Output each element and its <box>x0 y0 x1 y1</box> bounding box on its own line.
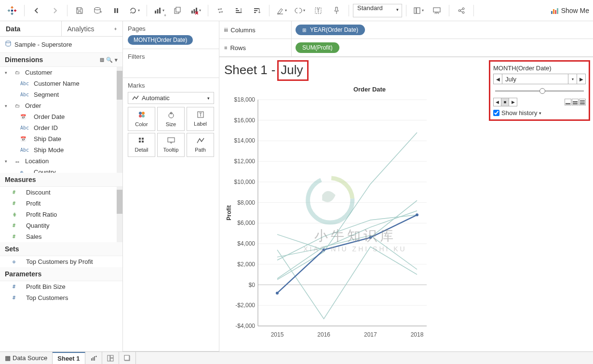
pin-button[interactable] <box>328 3 345 18</box>
field-profit[interactable]: #Profit <box>0 198 117 209</box>
marks-size[interactable]: Size <box>157 107 185 131</box>
svg-text:$2,000: $2,000 <box>237 261 255 268</box>
clear-sheet-button[interactable]: ▾ <box>188 3 204 18</box>
svg-text:2016: 2016 <box>317 331 330 338</box>
speed-med-button[interactable] <box>572 99 579 105</box>
tableau-logo-icon[interactable] <box>4 3 20 18</box>
play-back-button[interactable]: ◀ <box>494 98 501 106</box>
search-icon[interactable]: 🔍 <box>106 57 113 63</box>
measures-tree: #Discount #Profit ⋕Profit Ratio #Quantit… <box>0 187 117 242</box>
field-ship-date[interactable]: 📅Ship Date <box>0 133 117 144</box>
presentation-button[interactable] <box>429 3 445 18</box>
rows-shelf[interactable]: ≡Rows SUM(Profit) <box>219 39 593 57</box>
new-dashboard-button[interactable] <box>102 352 119 364</box>
field-quantity[interactable]: #Quantity <box>0 220 117 231</box>
svg-rect-96 <box>580 102 585 103</box>
marks-label[interactable]: TLabel <box>187 107 214 131</box>
sheet1-tab[interactable]: Sheet 1 <box>53 352 85 364</box>
svg-text:$16,000: $16,000 <box>234 117 256 124</box>
highlight-button[interactable]: ▾ <box>273 3 290 18</box>
svg-rect-11 <box>114 8 116 13</box>
svg-point-43 <box>139 115 142 117</box>
show-hide-cards-button[interactable]: ▾ <box>410 3 427 18</box>
marks-card: Marks Automatic▾ Color Size TLabel Detai… <box>123 78 219 351</box>
datasource-icon <box>5 40 12 49</box>
folder-customer[interactable]: ▾🗀Customer <box>0 67 117 78</box>
share-button[interactable] <box>453 3 470 18</box>
svg-rect-14 <box>157 9 159 13</box>
refresh-button[interactable]: ▾ <box>126 3 143 18</box>
field-profit-ratio[interactable]: ⋕Profit Ratio <box>0 209 117 220</box>
sort-desc-button[interactable] <box>249 3 265 18</box>
show-history-checkbox[interactable] <box>493 110 499 116</box>
marks-label: Marks <box>128 82 214 89</box>
group-button[interactable]: ▾ <box>292 3 308 18</box>
forward-button[interactable] <box>47 3 63 18</box>
field-top-customers-set[interactable]: ⊗Top Customers by Profit <box>0 256 122 267</box>
sort-asc-button[interactable] <box>230 3 247 18</box>
svg-rect-50 <box>142 138 144 140</box>
pages-pill[interactable]: MONTH(Order Date) <box>128 35 193 45</box>
pages-shelf[interactable]: Pages MONTH(Order Date) <box>123 21 219 49</box>
fit-select[interactable]: Standard▾ <box>353 4 402 17</box>
view-as-icon[interactable]: ⊞ <box>100 57 104 63</box>
hierarchy-icon: ₒₒ <box>13 158 22 164</box>
field-segment[interactable]: AbcSegment <box>0 89 117 100</box>
show-me-button[interactable]: Show Me <box>551 7 589 14</box>
page-dropdown-button[interactable]: ▾ <box>568 74 577 84</box>
page-value[interactable]: July <box>502 74 568 84</box>
new-datasource-button[interactable]: + <box>90 3 106 18</box>
data-source-tab[interactable]: ▦Data Source <box>0 352 53 364</box>
new-sheet-button[interactable]: + <box>85 352 102 364</box>
sheet-title[interactable]: Sheet 1 - July <box>224 60 486 81</box>
page-next-button[interactable]: ▶ <box>577 74 585 84</box>
param-profit-bin[interactable]: #Profit Bin Size <box>0 281 122 292</box>
rows-pill[interactable]: SUM(Profit) <box>296 42 339 53</box>
folder-order[interactable]: ▾🗀Order <box>0 100 117 111</box>
svg-rect-8 <box>11 10 13 12</box>
pause-updates-button[interactable] <box>108 3 124 18</box>
page-slider[interactable] <box>495 87 584 95</box>
speed-slow-button[interactable] <box>565 99 571 105</box>
marks-tooltip[interactable]: Tooltip <box>157 133 185 157</box>
marks-color[interactable]: Color <box>128 107 155 131</box>
filters-shelf[interactable]: Filters <box>123 49 219 78</box>
columns-shelf[interactable]: iiiColumns ⊞YEAR(Order Date) <box>219 21 593 39</box>
columns-pill[interactable]: ⊞YEAR(Order Date) <box>296 25 365 35</box>
svg-text:T: T <box>199 112 202 117</box>
field-customer-name[interactable]: AbcCustomer Name <box>0 78 117 89</box>
field-order-date[interactable]: 📅Order Date <box>0 111 117 122</box>
marks-type-select[interactable]: Automatic▾ <box>128 92 214 104</box>
line-chart[interactable]: -$4,000-$2,000$0$2,000$4,000$6,000$8,000… <box>224 95 431 340</box>
field-order-id[interactable]: AbcOrder ID <box>0 122 117 133</box>
back-button[interactable] <box>28 3 45 18</box>
stop-button[interactable]: ■ <box>501 98 509 106</box>
svg-point-87 <box>416 213 418 216</box>
param-top-customers[interactable]: #Top Customers <box>0 292 122 303</box>
duplicate-button[interactable] <box>169 3 186 18</box>
new-worksheet-button[interactable]: +▾ <box>151 3 167 18</box>
datasource-row[interactable]: Sample - Superstore <box>0 37 122 53</box>
page-prev-button[interactable]: ◀ <box>494 74 502 84</box>
speed-fast-button[interactable] <box>579 99 586 105</box>
globe-icon: ⊕ <box>20 169 31 173</box>
save-button[interactable] <box>71 3 88 18</box>
svg-rect-102 <box>108 355 110 361</box>
menu-caret-icon[interactable]: ▾ <box>115 57 118 63</box>
analytics-tab[interactable]: Analytics♦ <box>62 21 123 36</box>
data-tab[interactable]: Data <box>0 21 62 36</box>
labels-button[interactable]: T <box>310 3 326 18</box>
new-story-button[interactable] <box>119 352 136 364</box>
swap-button[interactable] <box>212 3 229 18</box>
field-discount[interactable]: #Discount <box>0 187 117 198</box>
field-country[interactable]: ⊕Country <box>0 167 117 173</box>
data-pane: Data Analytics♦ Sample - Superstore Dime… <box>0 21 123 351</box>
field-sales[interactable]: #Sales <box>0 231 117 242</box>
page-month-title: July <box>277 60 308 81</box>
marks-path[interactable]: Path <box>187 133 214 157</box>
field-ship-mode[interactable]: AbcShip Mode <box>0 144 117 156</box>
play-fwd-button[interactable]: ▶ <box>509 98 517 106</box>
marks-detail[interactable]: Detail <box>128 133 155 157</box>
history-menu-caret[interactable]: ▾ <box>539 111 541 116</box>
folder-location[interactable]: ▾ₒₒLocation <box>0 156 117 167</box>
